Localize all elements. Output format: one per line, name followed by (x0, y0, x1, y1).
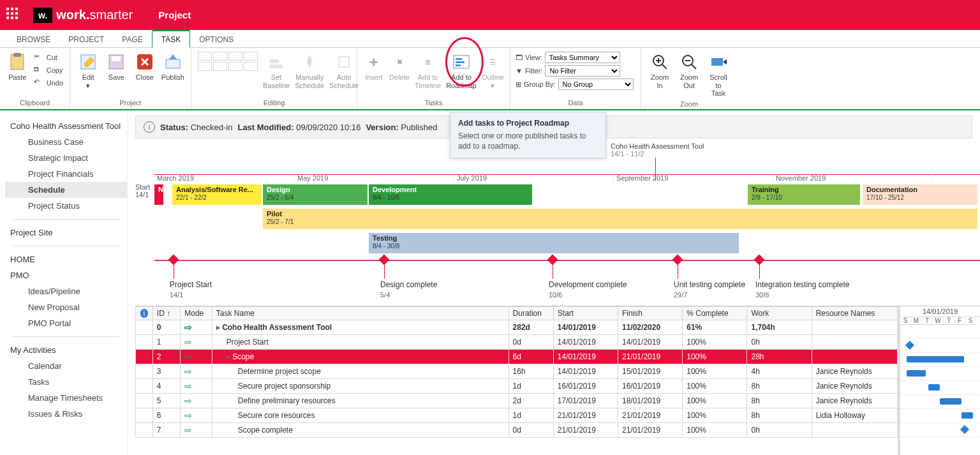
column-header[interactable]: Finish (618, 307, 683, 320)
gantt-chart[interactable]: 14/01/2019 SMTWTFS (898, 306, 980, 455)
view-select[interactable]: Tasks Summary (545, 52, 620, 63)
column-header[interactable]: % Complete (683, 307, 747, 320)
gantt-row[interactable] (900, 409, 980, 423)
timeline-month: November 2019 (773, 174, 933, 184)
sidebar-item[interactable]: Manage Timesheets (5, 390, 127, 406)
delete-icon: ✖ (389, 52, 410, 72)
insert-button[interactable]: ➕Insert (362, 50, 385, 83)
save-button[interactable]: Save (103, 50, 129, 83)
close-icon (135, 52, 155, 72)
column-header[interactable]: Task Name (212, 307, 509, 320)
add-to-roadmap-button[interactable]: Add to Roadmap (445, 50, 478, 91)
sidebar-item[interactable]: New Proposal (5, 299, 127, 315)
sidebar-item[interactable]: Calendar (5, 358, 127, 374)
scroll-to-task-button[interactable]: Scroll to Task (705, 50, 732, 99)
add-to-timeline-button[interactable]: ≣Add to Timeline (413, 50, 442, 91)
gantt-row[interactable] (900, 367, 980, 381)
zoom-in-button[interactable]: Zoom In (646, 50, 673, 91)
table-row[interactable]: 7⇨Scope complete0d21/01/201921/01/201910… (136, 423, 898, 438)
copy-button[interactable]: ⧉Copy (33, 64, 64, 76)
milestone-date: 5/4 (380, 291, 390, 299)
tooltip: Add tasks to Project Roadmap Select one … (450, 112, 606, 158)
timeline-bar[interactable]: Design25/2 - 5/4 (263, 184, 368, 205)
column-header[interactable]: ID ↑ (152, 307, 180, 320)
table-row[interactable]: 4⇨Secure project sponsorship1d16/01/2019… (136, 379, 898, 394)
sidebar-item[interactable]: Ideas/Pipeline (5, 283, 127, 299)
sidebar-header[interactable]: HOME (5, 251, 127, 267)
task-table[interactable]: iID ↑ModeTask NameDurationStartFinish% C… (135, 306, 898, 438)
timeline-bar[interactable]: Development8/4 - 10/6 (369, 184, 532, 205)
column-header[interactable]: Start (553, 307, 618, 320)
app-launcher-icon[interactable] (6, 8, 22, 23)
gantt-row[interactable] (900, 423, 980, 437)
tab-project[interactable]: PROJECT (59, 31, 113, 47)
timeline-bar[interactable]: Training2/9 - 17/10 (748, 184, 860, 205)
sidebar-header[interactable]: Coho Health Assessment Tool (5, 118, 127, 134)
gantt-row[interactable] (900, 339, 980, 353)
timeline-icon: ≣ (418, 52, 438, 72)
cut-button[interactable]: ✂Cut (33, 52, 64, 63)
tab-task[interactable]: TASK (152, 31, 190, 48)
sidebar-item[interactable]: Business Case (5, 134, 127, 150)
groupby-select[interactable]: No Group (558, 78, 634, 90)
column-header[interactable]: i (136, 307, 153, 320)
sidebar-item[interactable]: Project Financials (5, 166, 127, 182)
sidebar-item[interactable]: PMO Portal (5, 315, 127, 331)
filter-icon: ▼ (516, 67, 523, 75)
close-button[interactable]: Close (132, 50, 158, 83)
sidebar-item[interactable]: Schedule (5, 182, 127, 198)
edit-button[interactable]: Edit ▾ (75, 50, 101, 91)
filter-select[interactable]: No Filter (545, 65, 620, 77)
group-label: Clipboard (5, 98, 64, 108)
gantt-day-header: T (922, 317, 933, 325)
tab-options[interactable]: OPTIONS (190, 31, 242, 47)
sidebar-item[interactable]: Tasks (5, 374, 127, 390)
timeline-bar[interactable]: N.. (154, 184, 163, 205)
zoom-out-icon (679, 52, 699, 72)
status-label: Status: (160, 123, 188, 132)
gantt-day-header: M (911, 317, 922, 325)
svg-rect-9 (339, 57, 349, 67)
gantt-row[interactable] (900, 381, 980, 395)
undo-button[interactable]: ↶Undo (33, 77, 64, 89)
delete-button[interactable]: ✖Delete (388, 50, 411, 83)
publish-button[interactable]: Publish (160, 50, 186, 83)
auto-schedule-button[interactable]: Auto Schedule (328, 50, 360, 91)
sidebar-header[interactable]: PMO (5, 267, 127, 283)
table-row[interactable]: 1⇨Project Start0d14/01/201914/01/2019100… (136, 335, 898, 350)
column-header[interactable]: Resource Names (812, 307, 897, 320)
copy-icon: ⧉ (34, 65, 44, 75)
set-baseline-button[interactable]: Set Baseline (262, 50, 291, 91)
sidebar-item[interactable]: Issues & Risks (5, 406, 127, 422)
svg-rect-8 (270, 59, 279, 63)
version-value: Published (401, 123, 437, 132)
table-row[interactable]: 2⇨▸ Scope6d14/01/201921/01/2019100%28h (136, 350, 898, 364)
table-row[interactable]: 5⇨Define preliminary resources2d17/01/20… (136, 394, 898, 408)
sidebar-header[interactable]: My Activities (5, 342, 127, 358)
manually-schedule-button[interactable]: Manually Schedule (293, 50, 325, 91)
column-header[interactable]: Mode (181, 307, 212, 320)
ribbon: Paste ✂Cut ⧉Copy ↶Undo Clipboard Edit ▾ … (0, 48, 980, 110)
tab-page[interactable]: PAGE (113, 31, 151, 47)
timeline-bar[interactable]: Analysis/Software Re...22/1 - 22/2 (172, 184, 262, 205)
table-row[interactable]: 3⇨Determine project scope16h14/01/201915… (136, 364, 898, 379)
timeline-bar[interactable]: Pilot25/2 - 7/1 (263, 209, 977, 229)
sidebar-item[interactable]: Project Status (5, 198, 127, 214)
zoom-out-button[interactable]: Zoom Out (676, 50, 702, 91)
column-header[interactable]: Work (747, 307, 812, 320)
timeline-bar[interactable]: Testing8/4 - 30/8 (369, 233, 739, 253)
outline-button[interactable]: ☰Outline ▾ (480, 50, 505, 91)
gantt-row[interactable] (900, 353, 980, 367)
table-row[interactable]: 0⇨▸ Coho Health Assessment Tool282d14/01… (136, 320, 898, 335)
paste-button[interactable]: Paste (5, 50, 30, 83)
baseline-icon (266, 52, 286, 72)
sidebar-item[interactable]: Strategic Impact (5, 150, 127, 166)
gantt-row[interactable] (900, 325, 980, 339)
gantt-row[interactable] (900, 395, 980, 409)
save-icon (106, 52, 126, 72)
timeline-bar[interactable]: Documentation17/10 - 25/12 (863, 184, 977, 205)
table-row[interactable]: 6⇨Secure core resources1d21/01/201921/01… (136, 408, 898, 423)
tab-browse[interactable]: BROWSE (8, 31, 59, 47)
column-header[interactable]: Duration (509, 307, 553, 320)
sidebar-header[interactable]: Project Site (5, 225, 127, 241)
